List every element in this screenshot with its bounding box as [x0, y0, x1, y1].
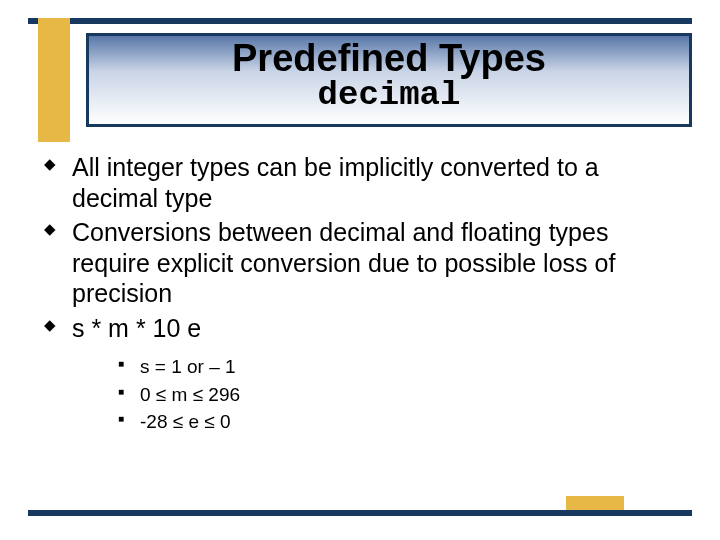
sub-bullet-item: 0 ≤ m ≤ 296 [116, 381, 690, 409]
sub-bullet-list: s = 1 or – 1 0 ≤ m ≤ 296 -28 ≤ e ≤ 0 [116, 353, 690, 436]
sub-bullet-text: s = 1 or – 1 [140, 356, 236, 377]
bullet-item: s * m * 10 e s = 1 or – 1 0 ≤ m ≤ 296 -2… [38, 313, 690, 436]
left-accent-bar [38, 18, 70, 142]
bottom-rule [28, 510, 692, 516]
slide-title: Predefined Types [89, 38, 689, 80]
title-box: Predefined Types decimal [86, 33, 692, 127]
slide-subtitle: decimal [89, 78, 689, 112]
sub-bullet-item: s = 1 or – 1 [116, 353, 690, 381]
bullet-item: Conversions between decimal and floating… [38, 217, 690, 309]
bullet-list: All integer types can be implicitly conv… [38, 152, 690, 436]
bullet-text: Conversions between decimal and floating… [72, 218, 615, 307]
content-area: All integer types can be implicitly conv… [38, 152, 690, 440]
bullet-item: All integer types can be implicitly conv… [38, 152, 690, 213]
slide: Predefined Types decimal All integer typ… [0, 0, 720, 540]
bullet-text: All integer types can be implicitly conv… [72, 153, 599, 212]
sub-bullet-text: -28 ≤ e ≤ 0 [140, 411, 231, 432]
top-rule [28, 18, 692, 24]
sub-bullet-text: 0 ≤ m ≤ 296 [140, 384, 240, 405]
sub-bullet-item: -28 ≤ e ≤ 0 [116, 408, 690, 436]
bullet-text: s * m * 10 e [72, 314, 201, 342]
